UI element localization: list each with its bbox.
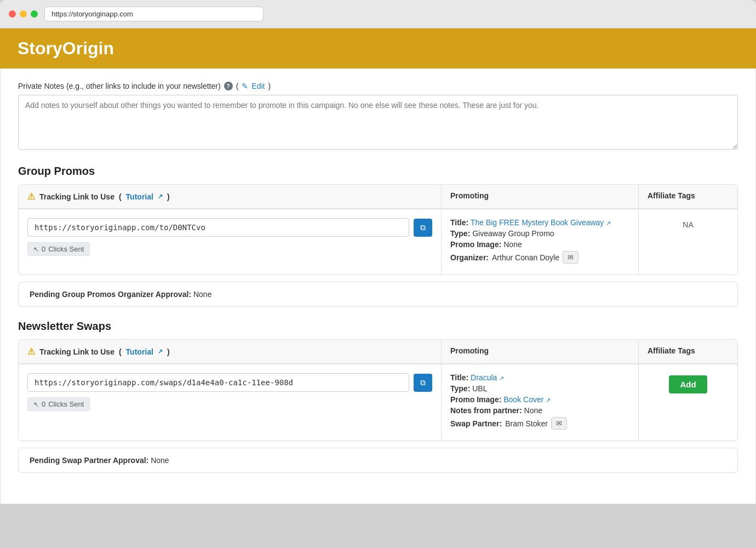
group-promos-col1-header: ⚠ Tracking Link to Use ( Tutorial ↗ ) [19, 185, 442, 208]
newsletter-swaps-affiliate-cell: Add [639, 364, 737, 441]
ext-link-icon: ↗ [158, 193, 163, 200]
newsletter-swaps-tutorial-link[interactable]: Tutorial [126, 347, 153, 356]
ns-type-label: Type: [450, 384, 470, 393]
group-promos-col2-header: Promoting [442, 185, 639, 208]
main-content: Private Notes (e.g., other links to incl… [0, 68, 756, 504]
group-promos-table: ⚠ Tracking Link to Use ( Tutorial ↗ ) Pr… [18, 184, 738, 275]
ns-title-ext-icon: ↗ [499, 375, 504, 381]
image-label: Promo Image: [450, 240, 501, 249]
ns-title-row: Title: Dracula ↗ [450, 373, 629, 382]
newsletter-swaps-clicks-label: Clicks Sent [48, 400, 84, 408]
group-promos-clicks-count: 0 [42, 245, 45, 253]
group-promos-table-row: ⧉ ↖ 0 Clicks Sent Title: The Big FREE My… [19, 209, 737, 275]
copy-icon: ⧉ [420, 223, 426, 232]
ns-type-value: UBL [472, 384, 487, 393]
ns-notes-label: Notes from partner: [450, 406, 522, 415]
ns-image-ext-icon: ↗ [546, 397, 551, 403]
title-ext-icon: ↗ [606, 220, 611, 226]
ns-copy-icon: ⧉ [420, 378, 426, 387]
group-promos-col3-header: Affiliate Tags [639, 185, 737, 208]
pending-swap-value: None [151, 456, 169, 465]
newsletter-swaps-promoting-cell: Title: Dracula ↗ Type: UBL Promo Image: … [442, 364, 639, 441]
newsletter-swaps-tracking-cell: ⧉ ↖ 0 Clicks Sent [19, 364, 442, 441]
newsletter-swaps-col2-header: Promoting [442, 340, 639, 363]
newsletter-swaps-col3-header: Affiliate Tags [639, 340, 737, 363]
private-notes-label: Private Notes (e.g., other links to incl… [18, 82, 738, 90]
group-promos-tracking-cell: ⧉ ↖ 0 Clicks Sent [19, 209, 442, 275]
group-promos-clicks-label: Clicks Sent [48, 245, 84, 253]
ns-title-link[interactable]: Dracula [471, 373, 497, 382]
newsletter-swaps-col1-header: ⚠ Tracking Link to Use ( Tutorial ↗ ) [19, 340, 442, 363]
newsletter-swaps-copy-button[interactable]: ⧉ [414, 374, 432, 392]
cursor-icon: ↖ [33, 246, 39, 253]
group-promos-type-row: Type: Giveaway Group Promo [450, 229, 629, 238]
title-label: Title: [450, 218, 468, 227]
ns-tutorial-paren-close: ) [167, 347, 170, 356]
newsletter-swaps-heading: Newsletter Swaps [18, 320, 738, 333]
tutorial-paren-close: ) [167, 192, 170, 201]
ns-image-row: Promo Image: Book Cover ↗ [450, 395, 629, 404]
ns-notes-row: Notes from partner: None [450, 406, 629, 415]
help-icon[interactable]: ? [224, 82, 233, 90]
tutorial-paren-open: ( [119, 192, 122, 201]
pending-newsletter-swaps-bar: Pending Swap Partner Approval: None [18, 448, 738, 473]
group-promos-image-row: Promo Image: None [450, 240, 629, 249]
partner-email-button[interactable]: ✉ [551, 417, 567, 430]
type-label: Type: [450, 229, 470, 238]
ns-partner-value: Bram Stoker [505, 419, 548, 428]
minimize-button[interactable] [20, 10, 27, 18]
close-button[interactable] [9, 10, 16, 18]
browser-chrome: https://storyoriginapp.com [0, 0, 756, 28]
newsletter-swaps-tracking-url[interactable] [27, 373, 409, 392]
ns-tracking-link-label: Tracking Link to Use [39, 347, 114, 356]
app-header: StoryOrigin [0, 28, 756, 68]
warning-icon: ⚠ [27, 191, 35, 202]
ns-type-row: Type: UBL [450, 384, 629, 393]
group-promos-title-link[interactable]: The Big FREE Mystery Book Giveaway [471, 218, 604, 227]
pending-group-label: Pending Group Promos Organizer Approval: [30, 290, 191, 299]
ns-tutorial-ext-icon: ↗ [158, 348, 163, 355]
ns-image-label: Promo Image: [450, 395, 501, 404]
traffic-lights [9, 10, 38, 18]
pending-group-value: None [193, 290, 211, 299]
organizer-email-button[interactable]: ✉ [563, 251, 579, 264]
edit-icon: ✎ [242, 82, 248, 90]
pending-swap-label: Pending Swap Partner Approval: [30, 456, 148, 465]
envelope-icon: ✉ [568, 253, 574, 261]
tracking-link-header-label: Tracking Link to Use [39, 192, 114, 201]
ns-envelope-icon: ✉ [556, 419, 562, 427]
group-promos-affiliate-na: NA [683, 220, 693, 229]
edit-close-paren: ) [268, 82, 271, 90]
ns-notes-value: None [524, 406, 542, 415]
newsletter-swaps-table: ⚠ Tracking Link to Use ( Tutorial ↗ ) Pr… [18, 339, 738, 441]
group-promos-table-header: ⚠ Tracking Link to Use ( Tutorial ↗ ) Pr… [19, 185, 737, 209]
private-notes-text: Private Notes (e.g., other links to incl… [18, 82, 221, 90]
type-value: Giveaway Group Promo [472, 229, 554, 238]
organizer-label: Organizer: [450, 253, 489, 262]
group-promos-clicks-badge: ↖ 0 Clicks Sent [27, 242, 90, 256]
ns-book-cover-link[interactable]: Book Cover [503, 395, 543, 404]
edit-icon-label: ( [236, 82, 239, 90]
image-value: None [503, 240, 522, 249]
ns-warning-icon: ⚠ [27, 346, 35, 357]
maximize-button[interactable] [31, 10, 38, 18]
group-promos-tracking-url[interactable] [27, 218, 409, 237]
group-promos-heading: Group Promos [18, 165, 738, 178]
group-promos-promoting-cell: Title: The Big FREE Mystery Book Giveawa… [442, 209, 639, 275]
group-promos-tutorial-link[interactable]: Tutorial [126, 192, 153, 201]
group-promos-title-row: Title: The Big FREE Mystery Book Giveawa… [450, 218, 629, 227]
ns-tutorial-paren-open: ( [119, 347, 122, 356]
newsletter-swaps-table-header: ⚠ Tracking Link to Use ( Tutorial ↗ ) Pr… [19, 340, 737, 364]
ns-title-label: Title: [450, 373, 468, 382]
tracking-link-container: ⧉ [27, 218, 432, 237]
newsletter-swaps-add-button[interactable]: Add [669, 375, 707, 393]
pending-group-promos-bar: Pending Group Promos Organizer Approval:… [18, 282, 738, 307]
organizer-value: Arthur Conan Doyle [492, 253, 559, 262]
private-notes-textarea[interactable] [18, 95, 738, 150]
newsletter-swaps-clicks-count: 0 [42, 400, 45, 408]
ns-partner-row: Swap Partner: Bram Stoker ✉ [450, 417, 629, 430]
edit-link[interactable]: Edit [251, 82, 265, 90]
group-promos-copy-button[interactable]: ⧉ [414, 219, 432, 237]
ns-partner-label: Swap Partner: [450, 419, 502, 428]
address-bar[interactable]: https://storyoriginapp.com [44, 7, 264, 21]
